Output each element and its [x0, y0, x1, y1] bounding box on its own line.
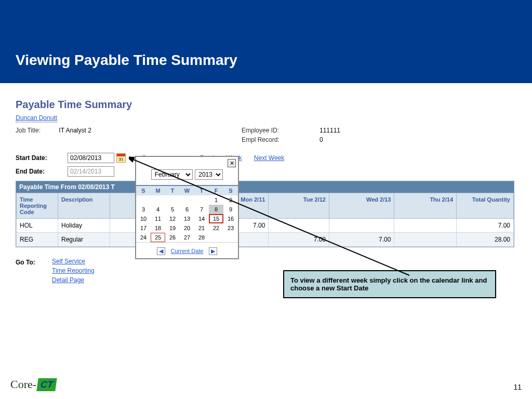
cell-desc: Holiday: [58, 219, 110, 233]
empl-record-value: 0: [320, 136, 323, 143]
col-wed: Wed 2/13: [329, 193, 394, 219]
col-tue: Tue 2/12: [269, 193, 329, 219]
cal-day[interactable]: 7: [194, 205, 209, 214]
cal-day[interactable]: 14: [194, 214, 209, 223]
cal-day[interactable]: 23: [223, 223, 238, 233]
month-select[interactable]: February: [151, 169, 193, 180]
cal-dow: T: [165, 185, 180, 195]
cal-day: [209, 233, 223, 242]
cal-dow: S: [136, 185, 151, 195]
start-date-label: Start Date:: [16, 154, 68, 162]
cell: [269, 219, 329, 233]
calendar-popup: ✕ February 2013 SMTWTFS 1234567891011121…: [135, 156, 239, 259]
cal-day[interactable]: 1: [209, 195, 223, 205]
table-row: REG Regular 7.00 7.00 7.00 28.00: [17, 233, 514, 247]
cal-day: [165, 195, 180, 205]
col-thu: Thu 2/14: [394, 193, 457, 219]
col-trc: Time Reporting Code: [17, 193, 58, 219]
cal-day[interactable]: 3: [136, 205, 151, 214]
slide-title: Viewing Payable Time Summary: [16, 52, 532, 69]
cal-day[interactable]: 10: [136, 214, 151, 223]
next-month-icon[interactable]: ▶: [209, 247, 217, 255]
cal-day: [180, 195, 194, 205]
page-title: Payable Time Summary: [16, 99, 516, 111]
cal-dow: S: [223, 185, 238, 195]
next-week-link[interactable]: Next Week: [254, 154, 284, 162]
cal-day[interactable]: 9: [223, 205, 238, 214]
current-date-link[interactable]: Current Date: [171, 248, 204, 254]
core-ct-logo: Core-CT: [10, 378, 56, 391]
cal-day[interactable]: 25: [151, 233, 165, 242]
close-icon[interactable]: ✕: [228, 159, 236, 167]
cal-day[interactable]: 15: [209, 214, 223, 223]
year-select[interactable]: 2013: [195, 169, 223, 180]
cell: [394, 219, 457, 233]
cal-day[interactable]: 2: [223, 195, 238, 205]
payable-time-grid: Payable Time From 02/08/2013 T Time Repo…: [16, 181, 514, 247]
cell-desc: Regular: [58, 233, 110, 247]
goto-time-reporting[interactable]: Time Reporting: [52, 267, 95, 274]
cal-day[interactable]: 12: [165, 214, 180, 223]
cal-day[interactable]: 20: [180, 223, 194, 233]
goto-label: Go To:: [16, 258, 52, 286]
col-desc: Description: [58, 193, 110, 219]
cal-day: [136, 195, 151, 205]
employee-name-link[interactable]: Duncan Donutt: [16, 114, 57, 123]
emp-id-label: Employee ID:: [242, 127, 320, 134]
cal-day[interactable]: 26: [165, 233, 180, 242]
cal-day[interactable]: 16: [223, 214, 238, 223]
end-date-input[interactable]: [68, 166, 114, 177]
start-date-input[interactable]: [68, 153, 114, 163]
emp-id-value: 111111: [320, 127, 340, 134]
grid-title: Payable Time From 02/08/2013 T: [16, 181, 514, 193]
goto-self-service[interactable]: Self Service: [52, 258, 95, 265]
cal-dow: T: [194, 185, 209, 195]
table-row: HOL Holiday 7.00 7.00: [17, 219, 514, 233]
cal-day[interactable]: 21: [194, 223, 209, 233]
col-total: Total Quantity: [457, 193, 514, 219]
cal-dow: M: [151, 185, 165, 195]
cell: 7.00: [329, 233, 394, 247]
cell: [329, 219, 394, 233]
cal-day[interactable]: 27: [180, 233, 194, 242]
cell-total: 7.00: [457, 219, 514, 233]
cal-day[interactable]: 19: [165, 223, 180, 233]
cal-day: [151, 195, 165, 205]
cell: [394, 233, 457, 247]
page-number: 11: [513, 383, 522, 391]
instruction-callout: To view a different week simply click on…: [283, 270, 496, 298]
cal-day[interactable]: 28: [194, 233, 209, 242]
cal-day: [194, 195, 209, 205]
cal-day[interactable]: 5: [165, 205, 180, 214]
cal-day[interactable]: 8: [209, 205, 223, 214]
prev-month-icon[interactable]: ◀: [157, 247, 165, 255]
cal-dow: F: [209, 185, 223, 195]
calendar-icon[interactable]: 31: [116, 153, 126, 163]
cal-day[interactable]: 24: [136, 233, 151, 242]
goto-detail-page[interactable]: Detail Page: [52, 276, 95, 284]
cal-day[interactable]: 22: [209, 223, 223, 233]
cal-day[interactable]: 17: [136, 223, 151, 233]
calendar-grid: SMTWTFS 12345678910111213141516171819202…: [136, 185, 238, 242]
job-title-label: Job Title:: [16, 127, 57, 134]
cal-day[interactable]: 11: [151, 214, 165, 223]
cell-code: HOL: [17, 219, 58, 233]
cal-day[interactable]: 6: [180, 205, 194, 214]
job-title-value: IT Analyst 2: [59, 127, 91, 134]
cal-day[interactable]: 13: [180, 214, 194, 223]
cal-day[interactable]: 18: [151, 223, 165, 233]
end-date-label: End Date:: [16, 168, 68, 175]
cal-day: [223, 233, 238, 242]
cell-code: REG: [17, 233, 58, 247]
empl-record-label: Empl Record:: [242, 136, 320, 143]
cell: 7.00: [269, 233, 329, 247]
cal-day[interactable]: 4: [151, 205, 165, 214]
cal-dow: W: [180, 185, 194, 195]
cell-total: 28.00: [457, 233, 514, 247]
